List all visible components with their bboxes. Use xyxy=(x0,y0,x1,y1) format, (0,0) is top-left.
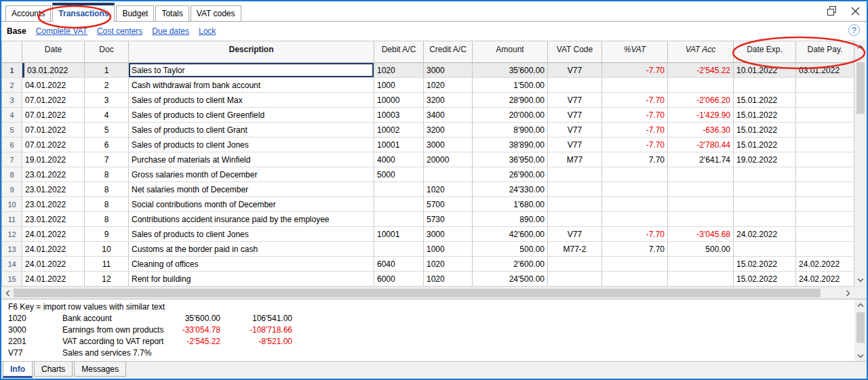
cell-vat_code[interactable]: V77 xyxy=(548,123,602,138)
cell-credit[interactable]: 1020 xyxy=(424,182,473,197)
link-cost-centers[interactable]: Cost centers xyxy=(97,26,142,36)
cell-date[interactable]: 07.01.2022 xyxy=(22,123,85,138)
col-header-debit[interactable]: Debit A/C xyxy=(374,41,424,63)
cell-doc[interactable]: 5 xyxy=(85,123,129,138)
col-header-date[interactable]: Date xyxy=(22,41,85,63)
cell-debit[interactable] xyxy=(374,242,424,257)
row-number[interactable]: 2 xyxy=(1,78,22,93)
cell-date_pay[interactable] xyxy=(796,152,854,167)
cell-description[interactable]: Sales of products to client Greenfield xyxy=(129,108,374,123)
row-number[interactable]: 14 xyxy=(1,257,22,272)
cell-vat_pct[interactable] xyxy=(602,212,668,227)
cell-date[interactable]: 23.01.2022 xyxy=(22,197,85,212)
cell-date_pay[interactable]: 24.02.2022 xyxy=(796,272,854,287)
cell-credit[interactable]: 3200 xyxy=(424,123,473,138)
cell-description[interactable]: Customs at the border paid in cash xyxy=(129,242,374,257)
cell-credit[interactable] xyxy=(424,167,473,182)
col-header-description[interactable]: Description xyxy=(129,41,374,63)
cell-debit[interactable]: 10001 xyxy=(374,138,424,152)
row-number[interactable]: 9 xyxy=(1,182,22,197)
cell-credit[interactable]: 3000 xyxy=(424,227,473,242)
cell-date_exp[interactable]: 24.02.2022 xyxy=(734,227,796,242)
row-number[interactable]: 6 xyxy=(1,138,22,152)
cell-debit[interactable]: 10001 xyxy=(374,227,424,242)
cell-date[interactable]: 24.01.2022 xyxy=(22,227,85,242)
cell-date_pay[interactable] xyxy=(796,93,854,108)
cell-date_exp[interactable]: 15.02.2022 xyxy=(734,272,796,287)
cell-description[interactable]: Sales of products to client Grant xyxy=(129,123,374,138)
table-horizontal-scrollbar[interactable] xyxy=(1,287,867,299)
cell-date_exp[interactable] xyxy=(734,197,796,212)
cell-amount[interactable]: 1'500.00 xyxy=(473,78,548,93)
cell-date[interactable]: 23.01.2022 xyxy=(22,182,85,197)
cell-debit[interactable]: 10002 xyxy=(374,123,424,138)
cell-description[interactable]: Sales of products to client Max xyxy=(129,93,374,108)
cell-date_pay[interactable] xyxy=(796,212,854,227)
row-number[interactable]: 11 xyxy=(1,212,22,227)
cell-vat_acc[interactable]: -2'545.22 xyxy=(668,63,734,78)
cell-debit[interactable]: 10003 xyxy=(374,108,424,123)
col-header-date_exp[interactable]: Date Exp. xyxy=(734,41,796,63)
tab-vat-codes[interactable]: VAT codes xyxy=(191,5,241,21)
cell-description[interactable]: Sales to Taylor xyxy=(129,63,374,78)
cell-amount[interactable]: 500.00 xyxy=(473,242,548,257)
cell-doc[interactable]: 4 xyxy=(85,108,129,123)
link-complete-vat[interactable]: Complete VAT xyxy=(36,26,87,36)
cell-date_exp[interactable] xyxy=(734,212,796,227)
cell-debit[interactable]: 5000 xyxy=(374,167,424,182)
cell-vat_pct[interactable]: -7.70 xyxy=(602,227,668,242)
cell-vat_code[interactable] xyxy=(548,197,602,212)
cell-debit[interactable] xyxy=(374,197,424,212)
cell-date_exp[interactable]: 15.01.2022 xyxy=(734,138,796,152)
cell-vat_acc[interactable] xyxy=(668,272,734,287)
cell-vat_pct[interactable]: 7.70 xyxy=(602,152,668,167)
cell-vat_code[interactable] xyxy=(548,257,602,272)
cell-doc[interactable]: 8 xyxy=(85,197,129,212)
cell-vat_acc[interactable] xyxy=(668,212,734,227)
bottom-tab-info[interactable]: Info xyxy=(3,362,33,378)
cell-date_pay[interactable] xyxy=(796,197,854,212)
cell-doc[interactable]: 12 xyxy=(85,272,129,287)
cell-date_exp[interactable] xyxy=(734,78,796,93)
cell-amount[interactable]: 26'900.00 xyxy=(473,167,548,182)
cell-description[interactable]: Gross salaries month of December xyxy=(129,167,374,182)
cell-credit[interactable]: 1000 xyxy=(424,242,473,257)
row-number[interactable]: 7 xyxy=(1,152,22,167)
cell-description[interactable]: Sales of products to client Jones xyxy=(129,138,374,152)
cell-description[interactable]: Cash withdrawal from bank account xyxy=(129,78,374,93)
cell-vat_acc[interactable]: -1'429.90 xyxy=(668,108,734,123)
row-number[interactable]: 1 xyxy=(1,63,22,78)
cell-date_pay[interactable] xyxy=(796,108,854,123)
cell-date_exp[interactable] xyxy=(734,167,796,182)
cell-date[interactable]: 04.01.2022 xyxy=(22,78,85,93)
cell-credit[interactable]: 1020 xyxy=(424,78,473,93)
row-number[interactable]: 13 xyxy=(1,242,22,257)
cell-doc[interactable]: 11 xyxy=(85,257,129,272)
cell-date_exp[interactable] xyxy=(734,182,796,197)
info-scroll-track[interactable] xyxy=(854,310,867,351)
cell-credit[interactable]: 3400 xyxy=(424,108,473,123)
col-header-doc[interactable]: Doc xyxy=(85,41,129,63)
scroll-down-button[interactable] xyxy=(854,274,867,287)
cell-credit[interactable]: 1020 xyxy=(424,272,473,287)
link-due-dates[interactable]: Due dates xyxy=(152,26,189,36)
col-header-vat_code[interactable]: VAT Code xyxy=(548,41,602,63)
cell-debit[interactable]: 6040 xyxy=(374,257,424,272)
cell-vat_acc[interactable]: 2'641.74 xyxy=(668,152,734,167)
cell-description[interactable]: Net salaries month of December xyxy=(129,182,374,197)
row-number[interactable]: 10 xyxy=(1,197,22,212)
cell-date_pay[interactable] xyxy=(796,123,854,138)
cell-vat_code[interactable] xyxy=(548,167,602,182)
cell-vat_acc[interactable]: -2'066.20 xyxy=(668,93,734,108)
cell-amount[interactable]: 24'500.00 xyxy=(473,272,548,287)
cell-date[interactable]: 07.01.2022 xyxy=(22,108,85,123)
cell-description[interactable]: Sales of products to client Jones xyxy=(129,227,374,242)
horizontal-scroll-track[interactable] xyxy=(14,287,842,299)
cell-debit[interactable] xyxy=(374,182,424,197)
cell-vat_pct[interactable]: -7.70 xyxy=(602,93,668,108)
cell-vat_acc[interactable] xyxy=(668,257,734,272)
restore-window-button[interactable] xyxy=(826,5,838,17)
cell-vat_pct[interactable] xyxy=(602,182,668,197)
tab-budget[interactable]: Budget xyxy=(116,5,154,21)
cell-doc[interactable]: 8 xyxy=(85,212,129,227)
